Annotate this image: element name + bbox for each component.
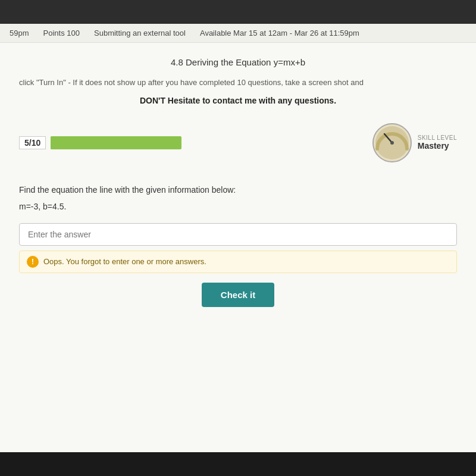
score-prefix: 59pm xyxy=(10,29,29,37)
bottom-bar xyxy=(0,452,476,476)
skill-level-text: SKILL LEVEL xyxy=(418,134,457,141)
progress-bar-container: 5/10 xyxy=(19,136,181,149)
available-label: Available Mar 15 at 12am - Mar 26 at 11:… xyxy=(200,29,359,37)
top-bar xyxy=(0,0,476,24)
page-title: 4.8 Deriving the Equation y=mx+b xyxy=(19,57,457,67)
progress-bar xyxy=(51,136,181,149)
info-bar: 59pm Points 100 Submitting an external t… xyxy=(0,24,476,43)
dont-hesitate-text: DON'T Hesitate to contact me with any qu… xyxy=(19,96,457,105)
content-wrapper: 59pm Points 100 Submitting an external t… xyxy=(0,24,476,452)
answer-input[interactable] xyxy=(19,223,457,246)
check-button[interactable]: Check it xyxy=(202,283,274,307)
error-text: Oops. You forgot to enter one or more an… xyxy=(43,257,206,266)
progress-row: 5/10 xyxy=(19,122,457,164)
submitting-label: Submitting an external tool xyxy=(94,29,186,37)
question-section: Find the equation the line with the give… xyxy=(19,185,457,307)
question-text: Find the equation the line with the give… xyxy=(19,185,457,195)
main-content: 4.8 Deriving the Equation y=mx+b click "… xyxy=(0,43,476,452)
svg-point-3 xyxy=(390,141,394,145)
error-message: ! Oops. You forgot to enter one or more … xyxy=(19,250,457,273)
screen: 59pm Points 100 Submitting an external t… xyxy=(0,0,476,476)
progress-label: 5/10 xyxy=(19,136,46,149)
progress-bar-fill xyxy=(51,136,116,149)
skill-level-container: SKILL LEVEL Mastery xyxy=(371,122,457,164)
error-icon: ! xyxy=(27,256,39,268)
gauge-icon xyxy=(371,122,413,164)
points-label: Points 100 xyxy=(43,29,80,37)
mastery-text: Mastery xyxy=(418,141,449,151)
skill-label: SKILL LEVEL Mastery xyxy=(418,134,457,151)
equation-params: m=-3, b=4.5. xyxy=(19,202,457,211)
instructions: click "Turn In" - If it does not show up… xyxy=(19,77,457,89)
